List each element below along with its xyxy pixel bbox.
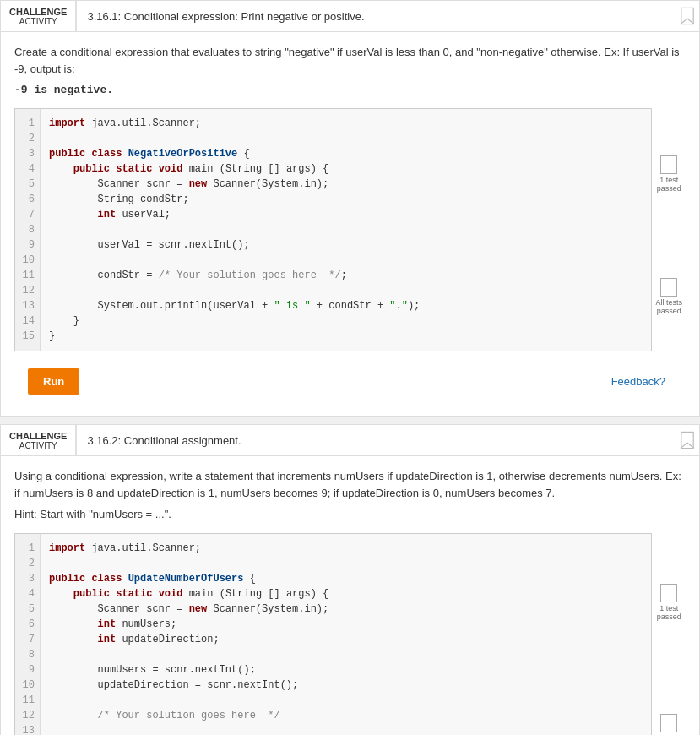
challenge-label-2: CHALLENGE ACTIVITY [1, 425, 77, 455]
challenge-body-1: Create a conditional expression that eva… [1, 32, 699, 416]
hint-text-2: Hint: Start with "numUsers = ...". [14, 508, 686, 520]
test-box-1b [660, 278, 677, 297]
challenge-label-top-1: CHALLENGE [9, 7, 67, 17]
footer-row-1: Run Feedback? [14, 362, 686, 405]
challenge-title-2: 3.16.2: Conditional assignment. [77, 425, 676, 455]
test-box-1a [660, 155, 677, 174]
challenge-description-1: Create a conditional expression that eva… [14, 44, 686, 77]
challenge-block-2: CHALLENGE ACTIVITY 3.16.2: Conditional a… [0, 424, 700, 735]
editor-area-1: 123456789101112131415 import java.util.S… [14, 108, 686, 362]
code-text-2[interactable]: import java.util.Scanner; public class U… [41, 534, 651, 735]
code-example-1: -9 is negative. [14, 84, 686, 96]
test-panel-1: 1 testpassed All testspassed [652, 108, 686, 362]
line-numbers-2: 12345678910111213141516 [15, 534, 41, 735]
test-panel-2: 1 testpassed All testspassed [652, 533, 686, 735]
line-numbers-1: 123456789101112131415 [15, 109, 41, 351]
challenge-body-2: Using a conditional expression, write a … [1, 456, 699, 735]
test-label-2a: 1 testpassed [657, 604, 681, 621]
challenge-title-1: 3.16.1: Conditional expression: Print ne… [77, 1, 676, 31]
test-badge-2b: All testspassed [655, 714, 682, 735]
challenge-label-bottom-1: ACTIVITY [19, 17, 57, 26]
challenge-block-1: CHALLENGE ACTIVITY 3.16.1: Conditional e… [0, 0, 700, 417]
challenge-label-1: CHALLENGE ACTIVITY [1, 1, 77, 31]
code-text-1[interactable]: import java.util.Scanner; public class N… [41, 109, 651, 351]
test-box-2a [660, 584, 677, 602]
bookmark-icon-1[interactable] [676, 1, 699, 31]
feedback-link-1[interactable]: Feedback? [611, 375, 672, 395]
test-label-1b: All testspassed [655, 298, 682, 315]
editor-area-2: 12345678910111213141516 import java.util… [14, 533, 686, 735]
test-badge-1a: 1 testpassed [657, 155, 681, 193]
test-badge-2a: 1 testpassed [657, 584, 681, 621]
test-box-2b [660, 714, 677, 732]
bookmark-icon-2[interactable] [676, 425, 699, 455]
test-label-1a: 1 testpassed [657, 176, 681, 193]
challenge-description-2: Using a conditional expression, write a … [14, 468, 686, 501]
code-editor-2[interactable]: 12345678910111213141516 import java.util… [14, 533, 652, 735]
challenge-label-bottom-2: ACTIVITY [19, 441, 57, 450]
challenge-header-2: CHALLENGE ACTIVITY 3.16.2: Conditional a… [1, 425, 699, 456]
code-editor-1[interactable]: 123456789101112131415 import java.util.S… [14, 108, 652, 351]
test-badge-1b: All testspassed [655, 278, 682, 315]
challenge-label-top-2: CHALLENGE [9, 431, 67, 441]
run-button-1[interactable]: Run [28, 368, 79, 395]
challenge-header-1: CHALLENGE ACTIVITY 3.16.1: Conditional e… [1, 1, 699, 32]
